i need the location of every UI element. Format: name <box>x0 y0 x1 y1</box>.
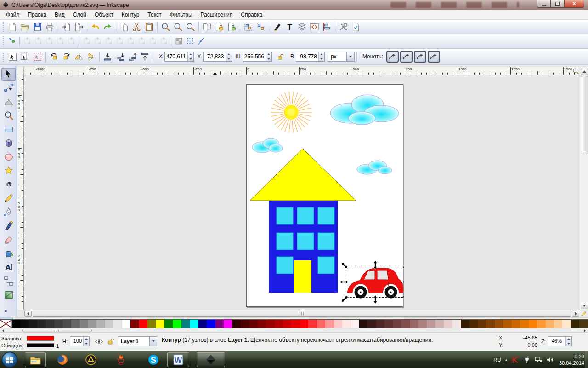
palette-swatch[interactable] <box>334 320 342 328</box>
palette-swatch[interactable] <box>37 320 45 328</box>
palette-swatch[interactable] <box>410 320 418 328</box>
snap-bbox-edges-button[interactable] <box>33 36 44 47</box>
gradient-tool-button[interactable] <box>1 288 16 301</box>
snap-enable-button[interactable] <box>6 36 17 47</box>
start-button[interactable] <box>1 351 18 368</box>
palette-swatch[interactable] <box>546 320 554 328</box>
palette-swatch[interactable] <box>54 320 62 328</box>
node-editor-tool-button[interactable] <box>1 81 16 94</box>
vertical-scrollbar[interactable] <box>580 67 588 310</box>
palette-swatch[interactable] <box>554 320 562 328</box>
explorer-taskbar-button[interactable] <box>25 352 46 367</box>
palette-swatch[interactable] <box>232 320 240 328</box>
unlink-clone-button[interactable] <box>226 21 238 33</box>
palette-swatch[interactable] <box>71 320 79 328</box>
opacity-field[interactable]: 100 <box>70 336 90 346</box>
vertical-ruler[interactable]: 1000750500250 <box>17 75 24 310</box>
palette-swatch[interactable] <box>258 320 266 328</box>
scale-handle-w[interactable] <box>340 280 349 284</box>
power-icon[interactable] <box>523 356 531 364</box>
palette-swatch[interactable] <box>20 320 28 328</box>
palette-swatch[interactable] <box>512 320 520 328</box>
raise-to-top-button[interactable] <box>139 51 151 63</box>
palette-swatch[interactable] <box>291 320 300 328</box>
fill-color-swatch[interactable] <box>27 336 54 341</box>
eraser-tool-button[interactable] <box>1 233 16 246</box>
menu-item-6[interactable]: Контур <box>118 11 143 19</box>
toolbar-grip[interactable] <box>2 22 5 32</box>
menu-item-10[interactable]: Справка <box>237 11 266 19</box>
palette-swatch[interactable] <box>325 320 334 328</box>
stroke-width-value[interactable]: 1 <box>56 343 59 349</box>
menu-item-2[interactable]: Правка <box>24 11 51 19</box>
palette-swatch[interactable] <box>520 320 528 328</box>
snap-bbox-button[interactable] <box>22 36 33 47</box>
scroll-right-button[interactable] <box>572 310 579 317</box>
scale-handle-nw[interactable] <box>340 261 349 270</box>
palette-swatch[interactable] <box>12 320 20 328</box>
height-field[interactable]: 98,778 <box>296 52 325 62</box>
word-taskbar-button[interactable] <box>167 352 189 367</box>
palette-scroll-left[interactable] <box>1 329 5 332</box>
star-tool-button[interactable] <box>1 164 16 177</box>
palette-scroll-thumb[interactable] <box>22 329 92 332</box>
scale-handle-sw[interactable] <box>340 295 349 304</box>
lower-to-bottom-button[interactable] <box>102 51 114 63</box>
menu-item-8[interactable]: Фильтры <box>166 11 197 19</box>
palette-swatch[interactable] <box>427 320 435 328</box>
palette-swatch[interactable] <box>215 320 224 328</box>
skype-taskbar-button[interactable] <box>143 352 164 367</box>
rectangle-tool-button[interactable] <box>1 123 16 136</box>
box-3d-tool-button[interactable] <box>1 137 16 150</box>
snap-midpoints-button[interactable] <box>136 36 147 47</box>
zoom-selection-button[interactable] <box>159 21 172 33</box>
menu-item-9[interactable]: Расширения <box>197 11 237 19</box>
snap-path-intersections-button[interactable] <box>103 36 114 47</box>
lock-ratio-button[interactable] <box>274 51 287 63</box>
height-field-spinner[interactable] <box>318 52 324 61</box>
zoom-page-button[interactable] <box>184 21 197 33</box>
close-button[interactable]: × <box>564 0 584 8</box>
cloud-small-left[interactable] <box>252 138 283 153</box>
horizontal-scrollbar[interactable] <box>24 310 580 317</box>
palette-swatch[interactable] <box>486 320 495 328</box>
toolbar-grip[interactable] <box>2 52 5 62</box>
horizontal-ruler[interactable]: -1000-750-500-2500250500750100012501500 <box>24 67 580 75</box>
palette-swatch[interactable] <box>105 320 113 328</box>
x-field[interactable]: 470,611 <box>164 52 194 62</box>
palette-swatch[interactable] <box>224 320 232 328</box>
palette-swatch[interactable] <box>317 320 325 328</box>
palette-swatch[interactable] <box>368 320 376 328</box>
palette-swatch[interactable] <box>308 320 317 328</box>
print-button[interactable] <box>44 21 56 33</box>
palette-swatch[interactable] <box>469 320 478 328</box>
palette-swatch[interactable] <box>275 320 283 328</box>
x-field-spinner[interactable] <box>187 52 193 61</box>
palette-swatch[interactable] <box>164 320 173 328</box>
palette-swatch[interactable] <box>249 320 257 328</box>
paste-button[interactable] <box>143 21 155 33</box>
menu-item-5[interactable]: Объект <box>90 11 118 19</box>
menu-item-7[interactable]: Текст <box>143 11 165 19</box>
y-field-spinner[interactable] <box>226 52 232 61</box>
unit-dropdown-arrow[interactable] <box>346 52 354 61</box>
cut-button[interactable] <box>130 21 143 33</box>
snap-guides-button[interactable] <box>195 36 206 47</box>
tray-expand-icon[interactable]: ▲ <box>504 358 508 362</box>
ellipse-tool-button[interactable] <box>1 150 16 163</box>
swatch-no-color[interactable] <box>0 320 12 328</box>
palette-swatch[interactable] <box>495 320 503 328</box>
palette-swatch[interactable] <box>342 320 351 328</box>
connector-tool-button[interactable] <box>1 275 16 288</box>
snap-smooth-nodes-button[interactable] <box>125 36 136 47</box>
palette-swatch[interactable] <box>435 320 444 328</box>
palette-swatch[interactable] <box>537 320 545 328</box>
palette-swatch[interactable] <box>88 320 96 328</box>
scale-handle-ne[interactable] <box>402 261 404 270</box>
download-manager-taskbar-button[interactable] <box>111 352 132 367</box>
calligraphy-tool-button[interactable] <box>1 219 16 232</box>
menu-item-4[interactable]: Слой <box>69 11 90 19</box>
minimize-button[interactable] <box>537 0 551 8</box>
layer-lock-icon[interactable] <box>107 337 115 345</box>
scroll-down-button[interactable] <box>581 302 588 309</box>
